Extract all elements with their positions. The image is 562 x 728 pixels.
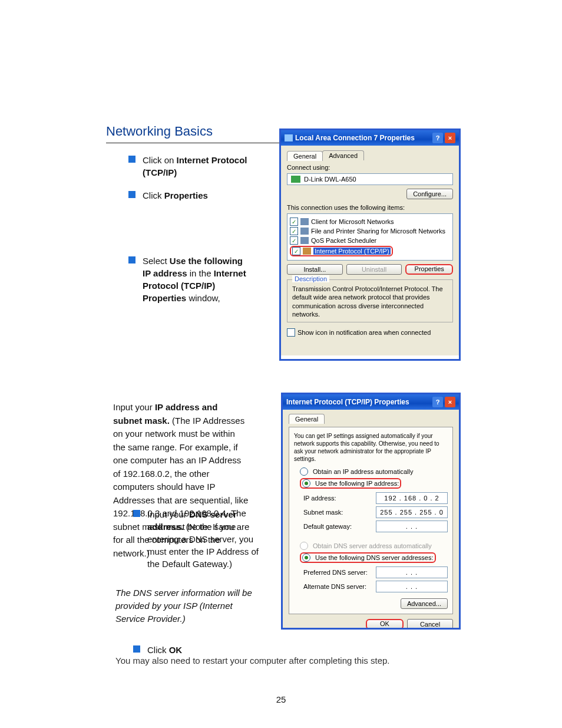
radio-obtain-ip-auto[interactable]: Obtain an IP address automatically [300, 467, 448, 476]
preferred-dns-label: Preferred DNS server: [303, 569, 368, 576]
radio [300, 542, 308, 550]
alternate-dns-input[interactable]: . . . [376, 581, 448, 592]
checkbox[interactable]: ✓ [287, 328, 295, 337]
subnet-mask-input[interactable]: 255 . 255 . 255 . 0 [376, 506, 448, 518]
checkbox[interactable]: ✓ [290, 227, 298, 235]
show-icon-checkbox-row[interactable]: ✓ Show icon in notification area when co… [287, 328, 453, 337]
item-qos-scheduler[interactable]: ✓ QoS Packet Scheduler [290, 236, 450, 245]
adapter-icon [291, 176, 300, 183]
dialog-lan-properties: Local Area Connection 7 Properties ? × G… [279, 129, 461, 361]
window-title: Internet Protocol (TCP/IP) Properties [286, 398, 409, 406]
help-button[interactable]: ? [432, 397, 443, 407]
bullet-select-ip: Select Use the following IP address in t… [128, 255, 252, 304]
default-gateway-input[interactable]: . . . [376, 521, 448, 532]
configure-button[interactable]: Configure... [406, 189, 453, 199]
item-client-ms-networks[interactable]: ✓ Client for Microsoft Networks [290, 218, 450, 226]
bullet-icon [128, 191, 135, 198]
description-legend: Description [292, 275, 329, 282]
dialog-tcpip-properties: Internet Protocol (TCP/IP) Properties ? … [281, 393, 461, 630]
titlebar: Internet Protocol (TCP/IP) Properties ? … [283, 394, 459, 410]
description-text: Transmission Control Protocol/Internet P… [292, 285, 448, 318]
adapter-name: D-Link DWL-A650 [304, 176, 356, 183]
service-icon [300, 228, 309, 235]
uses-items-label: This connection uses the following items… [287, 204, 453, 211]
radio[interactable] [300, 467, 308, 476]
restart-note: You may also need to restart your comput… [115, 655, 445, 666]
description-group: Description Transmission Control Protoco… [287, 279, 453, 322]
adapter-box: D-Link DWL-A650 [287, 173, 453, 185]
close-button[interactable]: × [445, 397, 455, 407]
subnet-mask-label: Subnet mask: [303, 509, 343, 516]
dns-footer-note: The DNS server information will be provi… [115, 587, 263, 625]
radio-use-following-dns[interactable]: Use the following DNS server addresses: [300, 552, 436, 563]
titlebar: Local Area Connection 7 Properties ? × [281, 130, 459, 146]
preferred-dns-input[interactable]: . . . [376, 566, 448, 578]
bullet-icon [133, 510, 140, 517]
radio-use-following-ip[interactable]: Use the following IP address: [300, 478, 401, 489]
client-icon [300, 218, 309, 225]
item-tcpip[interactable]: ✓ Internet Protocol (TCP/IP) [290, 246, 450, 256]
bullet-icon [133, 645, 140, 653]
protocol-icon [303, 248, 311, 255]
uninstall-button: Uninstall [346, 264, 402, 275]
checkbox[interactable]: ✓ [292, 247, 300, 255]
tab-advanced[interactable]: Advanced [322, 150, 364, 160]
bullet-click-properties: Click Properties [128, 189, 252, 202]
service-icon [300, 237, 309, 244]
bullet-click-ok: Click OK [133, 644, 182, 656]
items-list: ✓ Client for Microsoft Networks ✓ File a… [287, 213, 453, 261]
alternate-dns-label: Alternate DNS server: [303, 583, 366, 590]
advanced-button[interactable]: Advanced... [401, 598, 448, 609]
window-title: Local Area Connection 7 Properties [295, 134, 415, 142]
window-icon [285, 134, 293, 141]
properties-button[interactable]: Properties [405, 264, 453, 275]
bullet-click-tcpip: Click on Internet Protocol (TCP/IP) [128, 154, 252, 179]
bullet-icon [128, 256, 135, 263]
help-button[interactable]: ? [432, 133, 443, 143]
tab-general[interactable]: General [289, 414, 325, 424]
radio-obtain-dns-auto: Obtain DNS server address automatically [300, 542, 448, 550]
bullet-icon [128, 156, 135, 163]
bullet-dns: Input your DNS server address. (Note: If… [133, 508, 270, 570]
radio[interactable] [302, 479, 310, 487]
ok-button[interactable]: OK [366, 619, 404, 630]
checkbox[interactable]: ✓ [290, 218, 298, 226]
item-file-printer-sharing[interactable]: ✓ File and Printer Sharing for Microsoft… [290, 227, 450, 235]
close-button[interactable]: × [445, 133, 455, 143]
cancel-button[interactable]: Cancel [407, 619, 453, 630]
checkbox[interactable]: ✓ [290, 236, 298, 245]
radio[interactable] [302, 554, 310, 562]
page-number: 25 [276, 694, 286, 704]
default-gateway-label: Default gateway: [303, 523, 352, 530]
page: Networking Basics Click on Internet Prot… [0, 0, 562, 728]
connect-using-label: Connect using: [287, 164, 453, 171]
intro-text: You can get IP settings assigned automat… [294, 432, 448, 463]
tab-general[interactable]: General [287, 151, 323, 161]
ip-address-input[interactable]: 192 . 168 . 0 . 2 [376, 492, 448, 504]
ip-address-label: IP address: [303, 495, 336, 502]
install-button[interactable]: Install... [287, 264, 343, 275]
